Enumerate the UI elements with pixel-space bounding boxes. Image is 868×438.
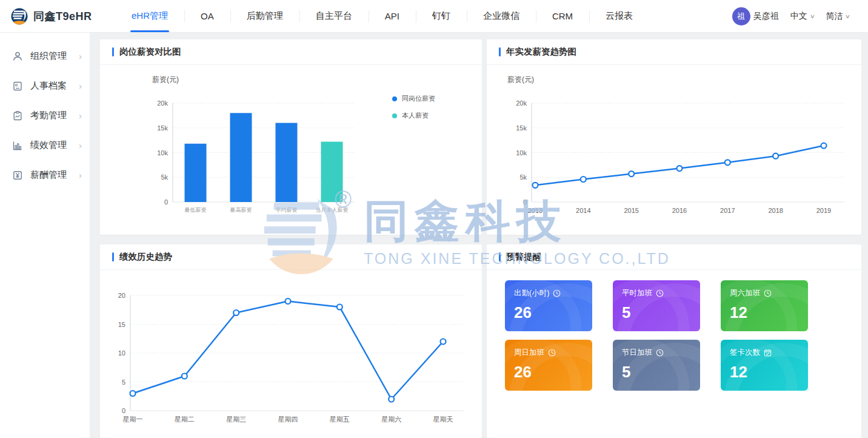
top-navbar: 同鑫T9eHR eHR管理 OA 后勤管理 自主平台 API 钉钉 企业微信 C…: [0, 0, 868, 33]
svg-text:最低薪资: 最低薪资: [184, 207, 207, 213]
card-value: 5: [622, 303, 691, 322]
svg-text:0: 0: [523, 198, 527, 206]
chevron-right-icon: ›: [79, 110, 82, 121]
user-menu[interactable]: 祖 吴彦祖: [732, 7, 779, 25]
navbar-right: 祖 吴彦祖 中文 ∨ 简洁 ∨: [732, 7, 850, 25]
avatar[interactable]: 祖: [732, 7, 750, 25]
svg-text:5: 5: [122, 379, 125, 386]
svg-text:2018: 2018: [768, 207, 783, 214]
svg-text:0: 0: [122, 407, 125, 414]
title-accent-bar: [499, 252, 501, 261]
app-logo: 同鑫T9eHR: [11, 8, 102, 25]
nav-tab-self-platform[interactable]: 自主平台: [299, 0, 369, 32]
calendar-check-icon: [764, 349, 772, 357]
panel-performance-history: 绩效历史趋势 05101520星期一星期二星期三星期四星期五星期六星期天: [100, 244, 482, 438]
panel-header: 预警提醒: [487, 244, 861, 270]
card-value: 12: [730, 363, 799, 382]
language-select[interactable]: 中文 ∨: [790, 11, 815, 22]
svg-text:2013: 2013: [528, 207, 542, 214]
nav-tab-wecom[interactable]: 企业微信: [467, 0, 536, 32]
clock-icon: [656, 289, 664, 297]
svg-text:星期天: 星期天: [433, 416, 453, 423]
sidebar-item-performance[interactable]: 绩效管理 ›: [0, 130, 90, 160]
panel-yearly-salary-trend: 年实发薪资趋势图 薪资(元) 05k10k15k20k2013201420152…: [487, 39, 861, 235]
nav-tab-dingtalk[interactable]: 钉钉: [416, 0, 467, 32]
card-saturday-overtime: 周六加班 12: [721, 280, 808, 331]
brand-logo-icon: [11, 8, 28, 25]
chevron-right-icon: ›: [79, 81, 82, 91]
svg-text:10k: 10k: [516, 149, 527, 157]
svg-text:星期五: 星期五: [330, 416, 350, 423]
sidebar-item-organization[interactable]: 组织管理 ›: [0, 41, 90, 71]
svg-text:最高薪资: 最高薪资: [230, 207, 252, 213]
svg-text:星期四: 星期四: [278, 416, 298, 423]
panel-header: 绩效历史趋势: [100, 244, 482, 270]
svg-text:20k: 20k: [516, 99, 527, 107]
nav-tab-logistics[interactable]: 后勤管理: [230, 0, 299, 32]
card-sunday-overtime: 周日加班 26: [505, 340, 592, 391]
chart-legend: 同岗位薪资 本人薪资: [392, 94, 435, 128]
user-icon: [12, 51, 23, 62]
legend-dot: [392, 113, 397, 118]
legend-dot: [392, 96, 397, 101]
app-title: 同鑫T9eHR: [33, 9, 92, 24]
clipboard-icon: [12, 110, 23, 121]
svg-text:2016: 2016: [672, 207, 687, 214]
svg-text:2014: 2014: [576, 207, 590, 214]
svg-text:星期二: 星期二: [175, 416, 195, 423]
nav-tab-api[interactable]: API: [369, 0, 416, 32]
svg-text:0: 0: [164, 198, 168, 206]
svg-text:2017: 2017: [720, 207, 735, 214]
card-holiday-overtime: 节日加班 5: [613, 340, 700, 391]
chevron-right-icon: ›: [79, 170, 82, 180]
svg-text:5k: 5k: [161, 174, 168, 181]
yearly-salary-line-chart: 05k10k15k20k2013201420152016201720182019: [499, 97, 849, 224]
svg-text:2015: 2015: [624, 207, 638, 214]
performance-line-chart: 05101520星期一星期二星期三星期四星期五星期六星期天: [112, 287, 470, 433]
svg-text:20: 20: [118, 292, 125, 299]
clock-icon: [548, 349, 556, 357]
panel-title: 绩效历史趋势: [119, 251, 172, 263]
sidebar-item-salary[interactable]: 薪酬管理 ›: [0, 160, 90, 190]
chevron-right-icon: ›: [79, 51, 82, 61]
nav-tab-cloud-report[interactable]: 云报表: [589, 0, 649, 32]
bar-chart-icon: [12, 140, 23, 151]
card-card-sign-count: 签卡次数 12: [721, 340, 808, 391]
sidebar-item-attendance[interactable]: 考勤管理 ›: [0, 101, 90, 130]
clock-icon: [553, 289, 561, 297]
legend-item-own-salary[interactable]: 本人薪资: [392, 111, 435, 120]
title-accent-bar: [499, 47, 501, 56]
user-name: 吴彦祖: [753, 11, 779, 22]
panel-header: 年实发薪资趋势图: [487, 39, 861, 65]
svg-text:15k: 15k: [157, 124, 168, 132]
card-value: 5: [622, 363, 691, 382]
alert-cards: 出勤(小时) 26 平时加班 5 周六加班 12 周日加班 26 节日加班: [505, 280, 808, 391]
title-accent-bar: [112, 252, 114, 261]
sidebar-item-personnel-files[interactable]: 人事档案 ›: [0, 71, 90, 101]
clock-icon: [764, 289, 772, 297]
card-attendance-hours: 出勤(小时) 26: [505, 280, 592, 331]
svg-text:星期三: 星期三: [226, 416, 246, 423]
main-nav: eHR管理 OA 后勤管理 自主平台 API 钉钉 企业微信 CRM 云报表: [115, 0, 649, 32]
svg-text:10: 10: [118, 349, 125, 357]
legend-item-same-position[interactable]: 同岗位薪资: [392, 94, 435, 103]
clock-icon: [656, 349, 664, 357]
nav-tab-ehr[interactable]: eHR管理: [115, 0, 184, 32]
theme-select[interactable]: 简洁 ∨: [826, 11, 850, 22]
svg-text:10k: 10k: [157, 149, 168, 157]
chevron-down-icon: ∨: [845, 13, 850, 19]
card-value: 26: [514, 363, 583, 382]
svg-text:15: 15: [118, 321, 125, 328]
nav-tab-oa[interactable]: OA: [184, 0, 230, 32]
panel-salary-comparison: 岗位薪资对比图 薪资(元) 05k10k15k20k最低薪资最高薪资平均薪资当月…: [100, 39, 482, 235]
y-axis-title: 薪资(元): [152, 75, 179, 85]
yen-icon: [12, 170, 23, 181]
card-value: 26: [514, 303, 583, 322]
svg-text:15k: 15k: [516, 124, 527, 132]
title-accent-bar: [112, 47, 114, 56]
panel-title: 年实发薪资趋势图: [506, 46, 576, 58]
svg-text:平均薪资: 平均薪资: [276, 207, 298, 213]
panel-title: 岗位薪资对比图: [119, 46, 181, 58]
document-icon: [12, 81, 23, 92]
nav-tab-crm[interactable]: CRM: [536, 0, 589, 32]
